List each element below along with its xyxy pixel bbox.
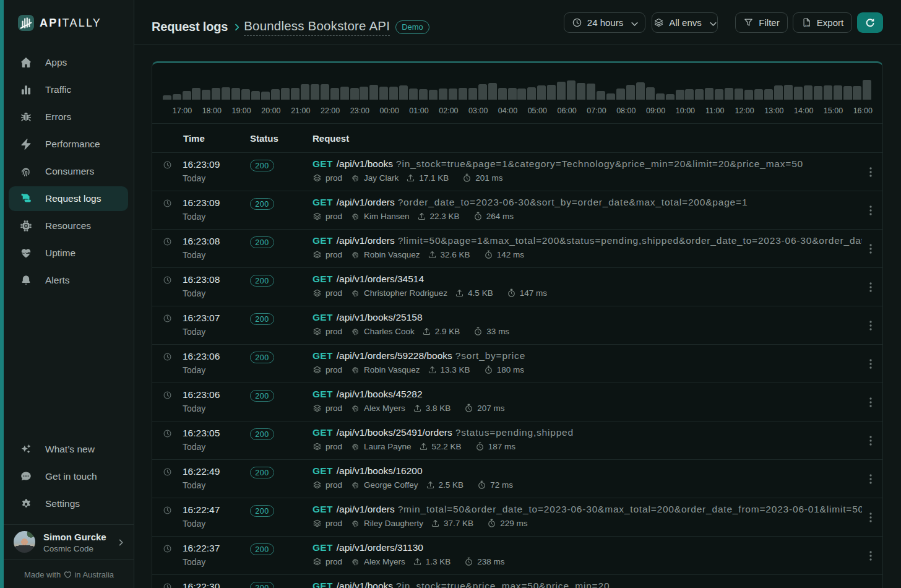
svg-text:csv: csv [804, 24, 809, 27]
